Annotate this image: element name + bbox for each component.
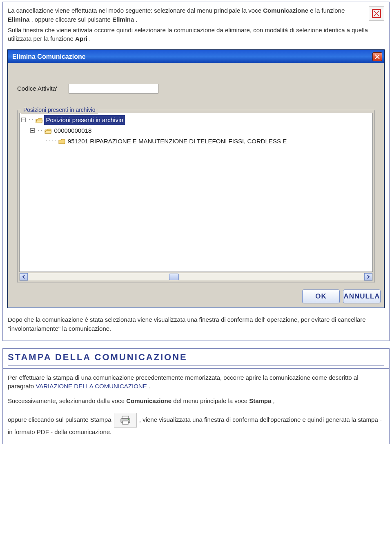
groupbox-caption: Posizioni presenti in archivio (21, 106, 98, 114)
svg-point-5 (128, 419, 129, 420)
text-bold: Elimina (8, 16, 29, 23)
svg-rect-2 (122, 416, 129, 419)
para-intro-2: Sulla finestra che viene attivata occorr… (8, 26, 384, 44)
text: , oppure cliccare sul pulsante (31, 16, 112, 23)
text: , (273, 397, 275, 404)
text: . (149, 383, 150, 390)
text: . (136, 16, 138, 23)
para-stampa-1: Per effettuare la stampa di una comunica… (8, 373, 384, 391)
tree-leaf-item[interactable]: ···· 951201 RIPARAZIONE E MANUTENZIONE D… (43, 136, 372, 147)
close-button[interactable] (372, 52, 382, 61)
tree-connector: ·· (37, 127, 43, 134)
tree-collapse-icon[interactable]: − (21, 118, 26, 122)
field-row-codice: Codice Attivita' (17, 84, 375, 94)
scroll-thumb[interactable] (169, 274, 179, 280)
tree-leaf-label: 951201 RIPARAZIONE E MANUTENZIONE DI TEL… (67, 136, 287, 146)
tree-collapse-icon[interactable]: − (30, 128, 35, 133)
ok-button[interactable]: OK (302, 290, 340, 303)
section-stampa: Per effettuare la stampa di una comunica… (2, 369, 390, 444)
tree-connector: ·· (28, 116, 34, 123)
folder-open-icon (36, 117, 42, 123)
para-stampa-3: oppure cliccando sul pulsante Stampa , v… (8, 413, 384, 437)
text-bold: Comunicazione (263, 7, 308, 14)
text: oppure cliccando sul pulsante Stampa (8, 416, 113, 423)
text: Successivamente, selezionando dalla voce (8, 397, 126, 404)
chevron-right-icon (367, 275, 370, 279)
section-heading-stampa-wrap: STAMPA DELLA COMUNICAZIONE (2, 348, 390, 369)
tree-child-label: 00000000018 (53, 126, 92, 136)
scroll-right-button[interactable] (364, 273, 372, 281)
print-icon (114, 413, 137, 428)
text: del menu principale la voce (173, 397, 249, 404)
text: . (89, 35, 91, 42)
broken-image-icon (369, 6, 384, 21)
tree-child-item[interactable]: − ·· 00000000018 (29, 125, 372, 136)
dialog-button-row: OK ANNULLA (8, 285, 384, 307)
tree-connector: ···· (45, 138, 57, 145)
text: e la funzione (310, 7, 345, 14)
horizontal-scrollbar[interactable] (19, 273, 373, 281)
section-cancellazione: La cancellazione viene effettuata nel mo… (2, 2, 390, 341)
annulla-button[interactable]: ANNULLA (343, 290, 381, 303)
scroll-track[interactable] (28, 273, 364, 281)
link-variazione[interactable]: VARIAZIONE DELLA COMUNICAZIONE (36, 383, 147, 390)
text: La cancellazione viene effettuata nel mo… (8, 7, 263, 14)
text-bold: Stampa (249, 397, 271, 404)
codice-attivita-label: Codice Attivita' (17, 84, 57, 93)
chevron-left-icon (22, 275, 25, 279)
dialog-body: Codice Attivita' Posizioni presenti in a… (8, 63, 384, 285)
text-bold: Elimina (112, 16, 134, 23)
dialog-title: Elimina Comunicazione (12, 52, 86, 61)
groupbox-posizioni: Posizioni presenti in archivio − ·· Posi… (17, 110, 375, 283)
para-stampa-2: Successivamente, selezionando dalla voce… (8, 396, 384, 405)
para-conferma: Dopo che la comunicazione è stata selezi… (8, 315, 384, 333)
section-heading-stampa: STAMPA DELLA COMUNICAZIONE (8, 352, 384, 363)
para-intro-1: La cancellazione viene effettuata nel mo… (8, 6, 384, 24)
close-icon (375, 54, 380, 59)
tree-root-label: Posizioni presenti in archivio (44, 115, 125, 125)
dialog-titlebar[interactable]: Elimina Comunicazione (8, 50, 384, 63)
text-bold: Apri (75, 35, 87, 42)
svg-rect-4 (122, 421, 128, 424)
folder-open-icon (45, 128, 51, 134)
tree-root-item[interactable]: − ·· Posizioni presenti in archivio (20, 115, 372, 125)
text-bold: Comunicazione (126, 397, 172, 404)
folder-closed-icon (58, 138, 65, 144)
text: Sulla finestra che viene attivata occorr… (8, 27, 368, 42)
codice-attivita-input[interactable] (69, 84, 158, 94)
tree-view[interactable]: − ·· Posizioni presenti in archivio − ·· (19, 113, 373, 272)
heading-rule (8, 365, 384, 366)
scroll-left-button[interactable] (20, 273, 28, 281)
dialog-elimina-comunicazione: Elimina Comunicazione Codice Attivita' P… (8, 50, 384, 308)
